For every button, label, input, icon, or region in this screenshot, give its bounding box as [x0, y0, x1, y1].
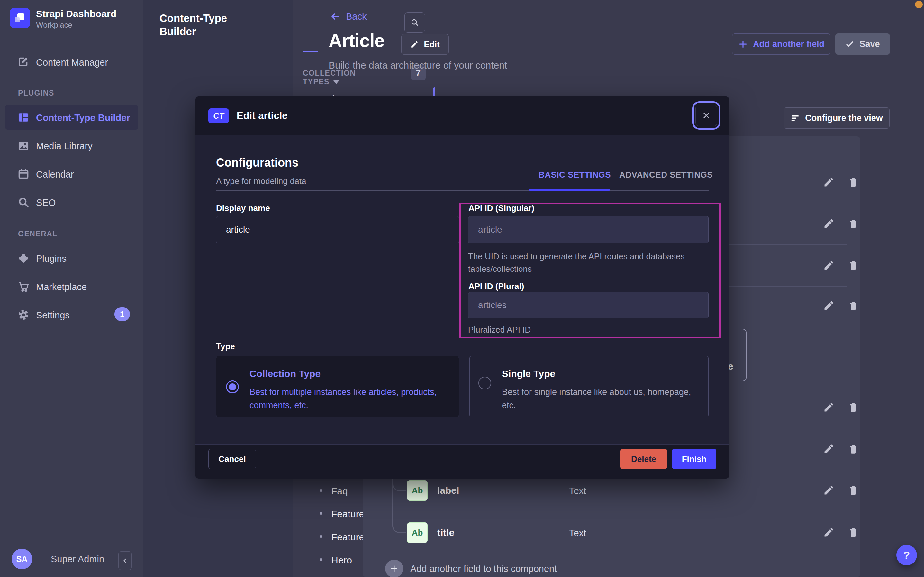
check-icon	[845, 40, 854, 48]
field-type: Text	[569, 528, 586, 538]
field-type: Text	[569, 486, 586, 496]
trash-icon	[847, 300, 859, 311]
cancel-button[interactable]: Cancel	[208, 449, 256, 469]
single-type-card[interactable]: Single Type Best for single instance lik…	[469, 356, 709, 417]
api-id-singular-label: API ID (Singular)	[468, 203, 534, 213]
collection-type-desc: Best for multiple instances like article…	[249, 386, 449, 412]
add-field-to-component-row[interactable]: Add another field to this component	[385, 559, 557, 577]
delete-row-button[interactable]	[847, 259, 859, 271]
collapse-sidebar-button[interactable]	[118, 551, 132, 570]
delete-row-button[interactable]	[847, 527, 859, 538]
collection-type-title: Collection Type	[249, 368, 321, 379]
edit-row-button[interactable]	[823, 259, 835, 271]
display-name-input[interactable]	[216, 216, 459, 243]
collection-type-card[interactable]: Collection Type Best for multiple instan…	[216, 356, 459, 417]
radio-selected-icon[interactable]	[226, 380, 239, 393]
trash-icon	[847, 401, 859, 413]
pencil-icon	[823, 218, 835, 229]
search-icon	[410, 18, 419, 27]
back-link[interactable]: Back	[330, 11, 366, 22]
trash-icon	[847, 176, 859, 188]
radio-unselected-icon[interactable]	[478, 377, 491, 390]
delete-button[interactable]: Delete	[620, 449, 667, 469]
api-id-plural-input[interactable]	[468, 292, 709, 318]
pencil-icon	[823, 484, 835, 496]
configure-view-button[interactable]: Configure the view	[784, 107, 890, 129]
display-name-field-wrap	[216, 216, 459, 243]
edit-button[interactable]: Edit	[401, 34, 449, 55]
sidebar-item-label[interactable]: Calendar	[36, 169, 74, 180]
avatar[interactable]: SA	[11, 549, 32, 569]
api-id-plural-field-wrap	[468, 292, 709, 318]
save-button[interactable]: Save	[835, 34, 890, 55]
delete-row-button[interactable]	[847, 484, 859, 496]
trash-icon	[847, 527, 859, 538]
finish-button[interactable]: Finish	[672, 449, 716, 469]
delete-row-button[interactable]	[847, 401, 859, 413]
delete-row-button[interactable]	[847, 218, 859, 229]
edit-article-modal: CT Edit article Configurations A type fo…	[196, 97, 729, 479]
pencil-icon	[823, 401, 835, 413]
pencil-icon	[823, 527, 835, 538]
pencil-icon	[410, 40, 419, 48]
sidebar-item-label[interactable]: Content-Type Builder	[36, 113, 130, 123]
panel-title: Content-Type Builder	[159, 11, 249, 38]
api-id-plural-label: API ID (Plural)	[468, 281, 524, 292]
arrow-left-icon	[330, 11, 341, 22]
edit-row-button[interactable]	[823, 401, 835, 413]
divider	[216, 190, 709, 191]
strapi-logo	[10, 8, 30, 28]
field-type-badge: Ab	[407, 480, 427, 501]
edit-row-button[interactable]	[823, 443, 835, 455]
divider	[401, 511, 847, 511]
trash-icon	[847, 443, 859, 455]
bullet-icon	[320, 558, 322, 561]
sidebar-item-label[interactable]: Marketplace	[36, 282, 87, 292]
edit-row-button[interactable]	[823, 527, 835, 538]
collection-types-heading[interactable]: COLLECTION TYPES	[303, 69, 356, 86]
trash-icon	[847, 484, 859, 496]
api-id-singular-input[interactable]	[468, 216, 709, 243]
edit-row-button[interactable]	[823, 176, 835, 188]
edit-row-button[interactable]	[823, 484, 835, 496]
tab-advanced-settings[interactable]: ADVANCED SETTINGS	[619, 170, 713, 180]
api-id-singular-helper: The UID is used to generate the API rout…	[468, 250, 693, 275]
sidebar-item-label[interactable]: Media Library	[36, 141, 93, 152]
field-name: label	[437, 485, 459, 496]
edit-row-button[interactable]	[823, 300, 835, 311]
delete-row-button[interactable]	[847, 443, 859, 455]
pencil-icon	[823, 443, 835, 455]
bullet-icon	[320, 535, 322, 538]
plugins-section-heading: PLUGINS	[18, 89, 54, 97]
accent-divider	[303, 51, 318, 52]
sidebar-item-content-manager[interactable]: Content Manager	[36, 57, 108, 68]
display-name-label: Display name	[216, 203, 270, 213]
page-subtitle: Build the data architecture of your cont…	[329, 60, 507, 71]
delete-row-button[interactable]	[847, 300, 859, 311]
close-button[interactable]	[696, 105, 717, 126]
edit-row-button[interactable]	[823, 218, 835, 229]
delete-row-button[interactable]	[847, 176, 859, 188]
grid-icon	[18, 111, 30, 124]
component-item[interactable]: Hero	[331, 555, 352, 566]
content-type-badge: CT	[208, 108, 229, 123]
search-button[interactable]	[405, 12, 425, 33]
tab-basic-settings[interactable]: BASIC SETTINGS	[538, 170, 611, 180]
caret-down-icon	[333, 81, 339, 84]
add-another-field-button[interactable]: Add another field	[732, 34, 831, 55]
field-type-badge: Ab	[407, 522, 427, 543]
component-item[interactable]: Faq	[331, 486, 348, 496]
bullet-icon	[320, 512, 322, 514]
divider	[0, 38, 143, 38]
field-name: title	[437, 527, 454, 538]
seo-search-icon	[18, 196, 30, 208]
single-type-desc: Best for single instance like about us, …	[502, 386, 701, 412]
type-label: Type	[216, 342, 235, 351]
sidebar-item-label[interactable]: Plugins	[36, 253, 67, 264]
sidebar-item-label[interactable]: Settings	[36, 310, 70, 321]
pencil-icon	[823, 259, 835, 271]
plus-icon	[738, 39, 748, 49]
sidebar-item-label[interactable]: SEO	[36, 197, 56, 208]
help-button[interactable]: ?	[896, 545, 917, 566]
chevron-left-icon	[122, 557, 129, 564]
